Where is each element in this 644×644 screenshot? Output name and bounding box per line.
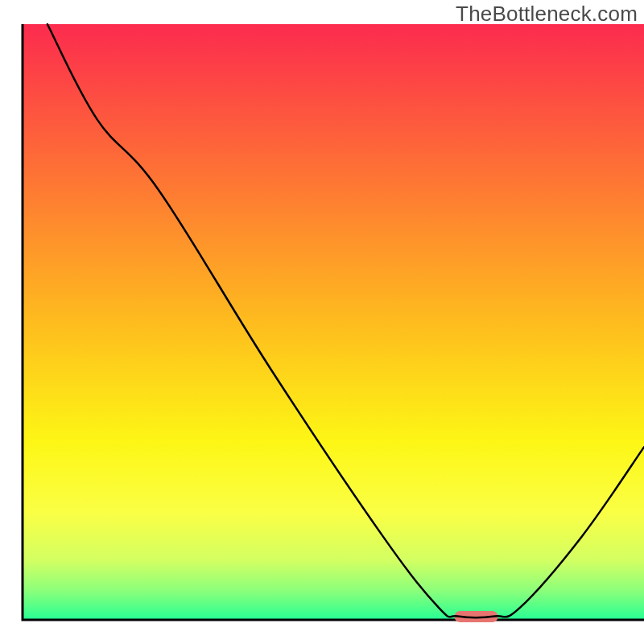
gradient-background [23, 24, 644, 620]
chart-container: TheBottleneck.com [0, 0, 644, 644]
watermark-label: TheBottleneck.com [456, 2, 638, 27]
bottleneck-chart [0, 0, 644, 644]
